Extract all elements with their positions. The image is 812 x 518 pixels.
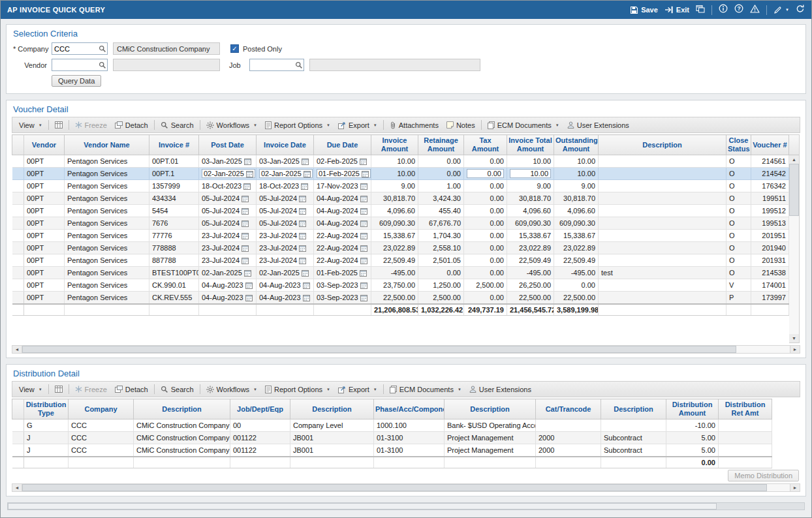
distribution-cell[interactable]: 001122: [230, 432, 290, 444]
voucher-cell[interactable]: 04-Aug-2023: [257, 292, 314, 304]
voucher-cell[interactable]: 04-Aug-2024: [314, 205, 371, 217]
voucher-cell[interactable]: Pentagon Services: [65, 254, 149, 267]
posted-only-checkbox[interactable]: [230, 44, 239, 53]
voucher-cell[interactable]: 05-Jul-2024: [199, 192, 257, 205]
report-options-button[interactable]: Report Options▼: [261, 119, 334, 131]
row-selector[interactable]: [12, 242, 24, 254]
voucher-cell[interactable]: 22,500.00: [507, 292, 554, 304]
distribution-cell[interactable]: 2000: [536, 444, 601, 457]
voucher-cell[interactable]: 00PT: [24, 155, 65, 168]
voucher-row[interactable]: 00PTPentagon ServicesBTEST100PT0...02-Ja…: [12, 267, 789, 279]
voucher-cell[interactable]: 0.00: [554, 279, 599, 292]
calendar-icon[interactable]: [360, 257, 367, 264]
voucher-cell[interactable]: 0.00: [418, 155, 464, 168]
voucher-cell[interactable]: O: [726, 192, 751, 205]
voucher-cell[interactable]: 22,509.49: [507, 254, 554, 267]
voucher-cell[interactable]: 23-Jul-2024: [199, 242, 257, 254]
row-selector[interactable]: [12, 254, 24, 267]
voucher-cell[interactable]: -495.00: [554, 267, 599, 279]
calendar-icon[interactable]: [242, 220, 249, 227]
notes-button[interactable]: Notes: [443, 119, 479, 131]
voucher-cell[interactable]: 2,500.00: [418, 292, 464, 304]
voucher-cell[interactable]: 23,022.89: [371, 242, 418, 254]
voucher-cell[interactable]: 22,509.49: [371, 254, 418, 267]
calendar-icon[interactable]: [299, 245, 306, 252]
voucher-cell[interactable]: 05-Jul-2024: [199, 217, 257, 230]
distribution-cell[interactable]: JB001: [290, 432, 374, 444]
row-selector[interactable]: [12, 419, 24, 432]
voucher-cell[interactable]: 00PT: [24, 279, 65, 292]
voucher-cell[interactable]: 199512: [751, 205, 789, 217]
voucher-cell[interactable]: Pentagon Services: [65, 267, 149, 279]
calendar-icon[interactable]: [299, 232, 306, 239]
workflows-button[interactable]: Workflows▼: [202, 119, 261, 131]
voucher-cell[interactable]: 0.00: [464, 205, 507, 217]
voucher-cell[interactable]: 0.00: [464, 192, 507, 205]
voucher-cell[interactable]: Pentagon Services: [65, 205, 149, 217]
voucher-cell[interactable]: 02-Feb-2025: [314, 155, 371, 168]
calendar-icon[interactable]: [360, 158, 367, 165]
distribution-cell[interactable]: [719, 419, 772, 432]
voucher-cell[interactable]: 05-Jul-2024: [257, 217, 314, 230]
column-header[interactable]: Cat/Trancode: [536, 399, 601, 419]
scroll-left-arrow[interactable]: ◄: [12, 484, 22, 491]
distribution-cell[interactable]: 5.00: [666, 444, 719, 457]
voucher-cell[interactable]: 04-Aug-2024: [314, 217, 371, 230]
voucher-cell[interactable]: 174001: [751, 279, 789, 292]
voucher-cell[interactable]: 609,090.30: [507, 217, 554, 230]
voucher-cell[interactable]: 00PT: [24, 267, 65, 279]
voucher-cell[interactable]: [599, 192, 726, 205]
distribution-cell[interactable]: 2000: [536, 432, 601, 444]
column-header[interactable]: Job/Dept/Eqp: [230, 399, 290, 419]
column-header[interactable]: Close Status: [726, 135, 751, 155]
row-selector[interactable]: [12, 267, 24, 279]
row-selector[interactable]: [12, 155, 24, 168]
distribution-cell[interactable]: Company Level: [290, 419, 374, 432]
voucher-cell[interactable]: 3,424.30: [418, 192, 464, 205]
voucher-cell[interactable]: 2,501.05: [418, 254, 464, 267]
row-selector[interactable]: [12, 217, 24, 230]
voucher-cell[interactable]: 18-Oct-2023: [199, 180, 257, 192]
distribution-cell[interactable]: [719, 444, 772, 457]
voucher-cell[interactable]: 23,750.00: [371, 279, 418, 292]
scroll-up-arrow[interactable]: ▲: [789, 155, 799, 164]
voucher-cell[interactable]: 0.00: [464, 155, 507, 168]
voucher-cell[interactable]: 778888: [149, 242, 199, 254]
voucher-cell[interactable]: 00PT: [24, 242, 65, 254]
freeze-button[interactable]: Freeze: [71, 384, 111, 395]
voucher-cell[interactable]: 176342: [751, 180, 789, 192]
cell-editor[interactable]: 01-Feb-2025: [317, 169, 371, 178]
voucher-cell[interactable]: 10.00: [554, 155, 599, 168]
voucher-cell[interactable]: 03-Sep-2023: [314, 292, 371, 304]
calendar-icon[interactable]: [246, 170, 253, 177]
voucher-cell[interactable]: 17-Nov-2023: [314, 180, 371, 192]
distribution-row[interactable]: JCCCCMiC Construction Company001122JB001…: [12, 432, 772, 444]
distribution-cell[interactable]: CCC: [69, 419, 134, 432]
voucher-cell[interactable]: 7676: [149, 217, 199, 230]
voucher-cell[interactable]: 0.00: [418, 267, 464, 279]
voucher-cell[interactable]: 22-Aug-2024: [314, 254, 371, 267]
voucher-cell[interactable]: 22-Aug-2024: [314, 242, 371, 254]
page-horizontal-scrollbar[interactable]: [7, 502, 805, 510]
distribution-cell[interactable]: CMiC Construction Company: [134, 419, 230, 432]
row-selector[interactable]: [12, 432, 24, 444]
voucher-cell[interactable]: 10.00: [371, 155, 418, 168]
windows-button[interactable]: [696, 4, 705, 16]
voucher-cell[interactable]: 23-Jul-2024: [199, 230, 257, 242]
voucher-cell[interactable]: 01-Feb-2025: [314, 267, 371, 279]
export-button[interactable]: Export▼: [334, 384, 381, 395]
calendar-icon[interactable]: [301, 183, 308, 190]
voucher-cell[interactable]: O: [726, 205, 751, 217]
column-header[interactable]: Voucher #: [751, 135, 789, 155]
distribution-cell[interactable]: CCC: [69, 432, 134, 444]
voucher-cell[interactable]: [599, 279, 726, 292]
scroll-left-arrow[interactable]: ◄: [12, 346, 22, 353]
voucher-cell[interactable]: O: [726, 180, 751, 192]
calendar-icon[interactable]: [242, 257, 249, 264]
calendar-icon[interactable]: [243, 183, 251, 190]
column-header[interactable]: Distribution Amount: [666, 399, 719, 419]
distribution-cell[interactable]: 001122: [230, 444, 290, 457]
voucher-row[interactable]: 00PTPentagon Services88778823-Jul-202423…: [12, 254, 789, 267]
voucher-cell[interactable]: 23-Jul-2024: [257, 242, 314, 254]
column-header[interactable]: Description: [290, 399, 374, 419]
